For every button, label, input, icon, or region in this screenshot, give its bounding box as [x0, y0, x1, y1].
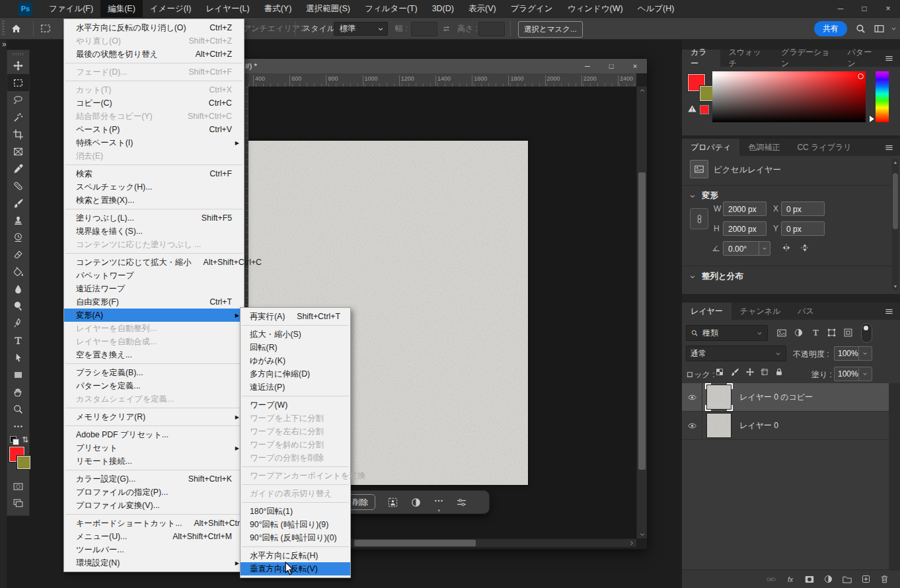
app-close-button[interactable]: × — [876, 0, 900, 17]
menu-item-rotate[interactable]: 回転(R) — [241, 341, 350, 354]
link-dimensions-button[interactable] — [690, 208, 708, 229]
adjustment-layer-icon[interactable] — [823, 574, 833, 584]
color-tab[interactable]: スウォッチ — [720, 50, 772, 67]
menu-item-define-brush[interactable]: ブラシを定義(B)... — [64, 366, 244, 379]
zoom-tool[interactable] — [7, 400, 29, 418]
history-brush-tool[interactable] — [7, 229, 29, 246]
menu-item-split-warp-vertically[interactable]: ワープを左右に分割 — [241, 425, 350, 438]
opacity-field[interactable]: 100% — [834, 346, 872, 361]
menubar-item[interactable]: 選択範囲(S) — [299, 0, 357, 17]
menu-item-split-warp-crosswise[interactable]: ワープを斜めに分割 — [241, 438, 350, 451]
swap-width-height-button[interactable] — [441, 18, 451, 39]
new-layer-icon[interactable] — [861, 574, 871, 584]
menu-item-define-pattern[interactable]: パターンを定義... — [64, 379, 244, 392]
dodge-tool[interactable] — [7, 297, 29, 314]
layer-name[interactable]: レイヤー 0 — [739, 420, 778, 431]
clone-stamp-tool[interactable] — [7, 211, 29, 229]
gamut-color-chip[interactable] — [700, 105, 709, 114]
menubar-item[interactable]: イメージ(I) — [143, 0, 199, 17]
menu-item-content-aware-scale[interactable]: コンテンツに応じて拡大・縮小Alt+Shift+Ctrl+C — [64, 256, 244, 269]
options-bar-grip[interactable] — [2, 20, 5, 36]
menubar-item[interactable]: 表示(V) — [461, 0, 504, 17]
menu-item-cut[interactable]: カット(T)Ctrl+X — [64, 83, 244, 96]
layer-row[interactable]: レイヤー 0 — [682, 412, 889, 440]
chevron-down-icon[interactable] — [759, 242, 770, 255]
doc-close-button[interactable]: × — [623, 59, 647, 73]
menu-item-transform[interactable]: 変形(A)▶ — [64, 309, 244, 322]
layer-thumbnail[interactable] — [706, 385, 731, 410]
scroll-thumb[interactable] — [893, 173, 898, 229]
quick-mask-button[interactable] — [7, 478, 29, 495]
menu-item-free-transform[interactable]: 自由変形(F)Ctrl+T — [64, 295, 244, 309]
spot-healing-brush-tool[interactable] — [7, 177, 29, 194]
menu-item-auto-align-layers[interactable]: レイヤーを自動整列... — [64, 322, 244, 335]
menu-item-convert-warp-anchor-point[interactable]: ワープアンカーポイントを変換 — [241, 469, 350, 482]
delete-layer-icon[interactable] — [880, 574, 889, 584]
magic-wand-tool[interactable] — [7, 108, 29, 126]
menu-item-color-settings[interactable]: カラー設定(G)...Shift+Ctrl+K — [64, 472, 244, 486]
color-tab[interactable]: グラデーション — [772, 50, 839, 67]
hue-slider-arrow[interactable] — [870, 116, 874, 122]
menu-item-transform-again[interactable]: 再実行(A)Shift+Ctrl+T — [241, 310, 350, 323]
menubar-item[interactable]: プラグイン — [504, 0, 560, 17]
menu-item-remove-warp-split[interactable]: ワープの分割を削除 — [241, 451, 350, 464]
eyedropper-tool[interactable] — [7, 160, 29, 177]
menu-item-presets[interactable]: プリセット▶ — [64, 441, 244, 455]
menu-item-search[interactable]: 検索Ctrl+F — [64, 167, 244, 180]
paint-bucket-tool[interactable] — [7, 263, 29, 280]
flip-vertical-icon[interactable] — [800, 242, 810, 253]
lock-transparent-pixels-icon[interactable] — [715, 367, 724, 377]
swap-colors-button[interactable]: ⇄ — [20, 436, 30, 443]
lock-image-pixels-icon[interactable] — [730, 367, 739, 377]
filter-adjustment-layers-icon[interactable] — [794, 328, 804, 338]
edit-toolbar[interactable] — [7, 418, 29, 435]
menu-item-perspective[interactable]: 遠近法(P) — [241, 381, 350, 394]
hand-tool[interactable] — [7, 383, 29, 400]
properties-tab[interactable]: プロパティ — [682, 139, 739, 156]
add-layer-mask-icon[interactable] — [804, 574, 815, 585]
properties-tab[interactable]: 色調補正 — [739, 139, 788, 156]
menu-item-clear[interactable]: 消去(E) — [64, 149, 244, 163]
saturation-field[interactable] — [712, 71, 866, 122]
pen-tool[interactable] — [7, 314, 29, 332]
menu-item-undo-flip-horizontal[interactable]: 水平方向に反転の取り消し(O)Ctrl+Z — [64, 21, 244, 34]
menu-item-spell-check[interactable]: スペルチェック(H)... — [64, 180, 244, 194]
toolbar-collapse-chevrons[interactable]: » — [2, 40, 6, 49]
menu-item-fill[interactable]: 塗りつぶし(L)...Shift+F5 — [64, 211, 244, 225]
doc-maximize-button[interactable]: □ — [599, 59, 623, 73]
color-tab[interactable]: パターン — [839, 50, 884, 67]
scroll-down-icon[interactable] — [637, 531, 647, 538]
width-input[interactable] — [411, 22, 437, 36]
menu-item-rotate-180[interactable]: 180°回転(1) — [241, 505, 350, 518]
menu-item-toolbar[interactable]: ツールバー... — [64, 543, 244, 556]
menu-item-sky-replacement[interactable]: 空を置き換え... — [64, 348, 244, 361]
layers-tab[interactable]: チャンネル — [731, 303, 789, 320]
menu-item-paste[interactable]: ペースト(P)Ctrl+V — [64, 123, 244, 136]
menubar-item[interactable]: 3D(D) — [425, 0, 461, 17]
filter-shape-layers-icon[interactable] — [827, 328, 837, 338]
current-tool-button[interactable] — [40, 18, 52, 39]
app-minimize-button[interactable]: ─ — [829, 0, 852, 17]
layers-panel-menu-icon[interactable] — [884, 303, 900, 320]
search-button[interactable] — [855, 18, 866, 39]
app-maximize-button[interactable]: □ — [852, 0, 876, 17]
rectangular-marquee-tool[interactable] — [7, 74, 29, 91]
y-field[interactable]: 0 px — [781, 221, 825, 236]
menu-item-skew[interactable]: ゆがみ(K) — [241, 354, 350, 367]
menu-item-flip-vertical[interactable]: 垂直方向に反転(V) — [241, 562, 350, 575]
share-button[interactable]: 共有 — [814, 21, 847, 36]
menu-item-define-custom-shape[interactable]: カスタムシェイプを定義... — [64, 392, 244, 406]
taskbar-settings-icon[interactable] — [456, 497, 467, 508]
menu-item-copy[interactable]: コピー(C)Ctrl+C — [64, 96, 244, 110]
menu-item-remote-connections[interactable]: リモート接続... — [64, 455, 244, 468]
layer-visibility-toggle[interactable] — [682, 412, 702, 439]
menu-item-toggle-last-state[interactable]: 最後の状態を切り替えAlt+Ctrl+Z — [64, 48, 244, 61]
layer-filter-dropdown[interactable]: 種類 — [686, 325, 768, 341]
scroll-right-icon[interactable] — [628, 539, 635, 547]
menu-item-purge[interactable]: メモリをクリア(R)▶ — [64, 410, 244, 423]
layer-thumbnail[interactable] — [706, 413, 731, 438]
background-color-swatch[interactable] — [17, 456, 30, 469]
layers-scroll-gutter[interactable] — [889, 383, 900, 570]
properties-tab[interactable]: CC ライブラリ — [788, 139, 860, 156]
menubar-item[interactable]: ファイル(F) — [42, 0, 100, 17]
